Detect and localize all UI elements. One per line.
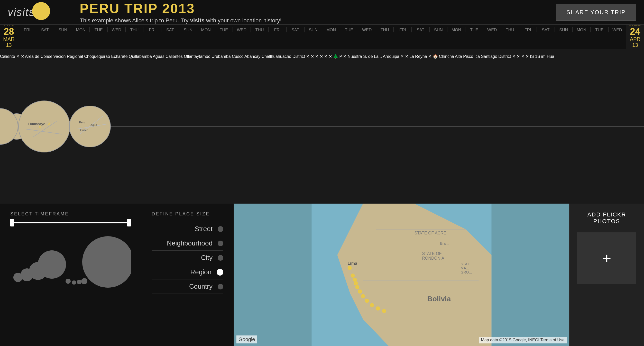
place-option-neighbourhood[interactable]: Neighbourhood — [152, 236, 223, 251]
day-tick: SUN — [179, 27, 197, 32]
overview-map-svg: Bolivia STATE OF ACRE Bra... STATE OF RO… — [234, 204, 569, 346]
svg-text:Peru: Peru — [79, 121, 85, 124]
overview-map-bg: Bolivia STATE OF ACRE Bra... STATE OF RO… — [234, 204, 569, 346]
svg-point-44 — [353, 278, 357, 282]
place-option-neighbourhood-label: Neighbourhood — [167, 239, 213, 247]
slider-handle-right[interactable] — [127, 219, 131, 226]
place-option-country-indicator — [218, 284, 223, 289]
timeframe-slider[interactable] — [10, 222, 131, 223]
flickr-panel: ADD FLICKR PHOTOS + — [569, 204, 644, 346]
day-tick: THU — [501, 27, 519, 32]
day-tick: FRI — [268, 27, 286, 32]
day-tick: SUN — [555, 27, 573, 32]
place-option-region-label: Region — [190, 268, 211, 276]
svg-point-27 — [82, 236, 131, 288]
svg-text:Lima: Lima — [348, 261, 357, 266]
day-tick: TUE — [590, 27, 608, 32]
title-area: PERU TRIP 2013 This example shows Alice'… — [75, 1, 556, 24]
day-tick: MON — [322, 27, 340, 32]
day-tick: TUE — [340, 27, 358, 32]
day-tick: THU — [376, 27, 394, 32]
svg-text:GRO...: GRO... — [461, 270, 472, 274]
svg-text:✕: ✕ — [39, 125, 42, 129]
day-tick: FRI — [519, 27, 537, 32]
day-tick: TUE — [465, 27, 483, 32]
visualization-area: Lima ✕ Huancayo ✕ ✕ im Peru Cusco AguaCa… — [0, 49, 644, 204]
svg-text:STATE OF ACRE: STATE OF ACRE — [415, 231, 446, 235]
end-num: 24 — [629, 27, 642, 36]
place-size-panel: DEFINE PLACE SIZE Street Neighbourhood C… — [141, 204, 234, 346]
svg-point-43 — [351, 274, 355, 278]
timeline-bar: THU 28 MAR 13 10:29 FRI SAT SUN MON TUE … — [0, 25, 644, 49]
day-tick: SAT — [286, 27, 304, 32]
end-year: 13 — [629, 42, 642, 48]
place-options-list: Street Neighbourhood City Region Country — [152, 222, 223, 294]
day-tick: THU — [125, 27, 143, 32]
day-tick: FRI — [18, 27, 36, 32]
svg-point-48 — [361, 294, 365, 298]
flickr-title: ADD FLICKR PHOTOS — [577, 211, 636, 225]
place-option-city[interactable]: City — [152, 251, 223, 265]
day-tick: MON — [197, 27, 215, 32]
place-option-region[interactable]: Region — [152, 265, 223, 279]
svg-text:Agua: Agua — [90, 123, 97, 126]
day-tick: MON — [72, 27, 90, 32]
page-title: PERU TRIP 2013 — [80, 1, 556, 16]
svg-point-22 — [38, 250, 66, 279]
svg-text:MA...: MA... — [461, 266, 469, 270]
svg-text:Cusco: Cusco — [80, 129, 88, 132]
day-tick: MON — [572, 27, 590, 32]
timeframe-label: SELECT TIMEFRAME — [10, 211, 131, 217]
svg-text:Huancayo: Huancayo — [28, 122, 45, 126]
start-year: 13 — [3, 42, 15, 48]
timeframe-bubbles — [10, 231, 131, 288]
day-tick: SUN — [54, 27, 72, 32]
place-option-street-indicator — [218, 226, 223, 232]
svg-point-51 — [376, 306, 380, 311]
day-tick: TUE — [215, 27, 233, 32]
day-tick: SAT — [161, 27, 179, 32]
svg-point-49 — [365, 299, 369, 303]
day-tick: WED — [483, 27, 501, 32]
svg-text:RONDÔNIA: RONDÔNIA — [422, 256, 445, 260]
logo-text: visits — [8, 6, 35, 19]
svg-point-25 — [77, 280, 81, 284]
svg-point-52 — [382, 309, 386, 313]
logo-circle — [32, 2, 50, 20]
google-watermark: Google — [236, 335, 257, 343]
start-num: 28 — [3, 27, 15, 36]
place-option-neighbourhood-indicator — [218, 241, 223, 246]
place-option-city-label: City — [201, 254, 213, 262]
svg-point-26 — [81, 278, 87, 284]
svg-text:Bolivia: Bolivia — [427, 295, 451, 303]
place-option-street-label: Street — [195, 225, 213, 233]
svg-point-47 — [358, 289, 362, 294]
bottom-panel: SELECT TIMEFRAME — [0, 204, 644, 346]
slider-handle-left[interactable] — [10, 219, 14, 226]
day-tick: THU — [251, 27, 269, 32]
day-tick: SAT — [537, 27, 555, 32]
place-option-city-indicator — [218, 255, 223, 261]
map-credit: Map data ©2015 Google, INEGI Terms of Us… — [479, 337, 567, 343]
day-tick: WED — [233, 27, 251, 32]
day-tick: SUN — [304, 27, 322, 32]
day-tick: SUN — [429, 27, 447, 32]
day-tick: TUE — [89, 27, 107, 32]
svg-point-50 — [370, 303, 374, 307]
svg-text:✕: ✕ — [48, 122, 51, 126]
svg-point-23 — [66, 279, 71, 284]
flickr-add-button[interactable]: + — [577, 232, 636, 284]
viz-svg: Lima ✕ Huancayo ✕ ✕ im Peru Cusco Agua — [0, 49, 644, 204]
day-tick: WED — [107, 27, 125, 32]
start-month: MAR — [3, 36, 15, 42]
svg-point-5 — [19, 101, 70, 152]
place-option-street[interactable]: Street — [152, 222, 223, 236]
svg-text:Bra...: Bra... — [440, 241, 449, 245]
day-tick: MON — [447, 27, 465, 32]
place-option-country[interactable]: Country — [152, 279, 223, 294]
logo-area: visits — [8, 5, 75, 20]
day-tick: FRI — [393, 27, 411, 32]
place-option-region-indicator — [217, 269, 223, 276]
day-tick: WED — [358, 27, 376, 32]
share-trip-button[interactable]: Share your trip — [556, 4, 636, 21]
